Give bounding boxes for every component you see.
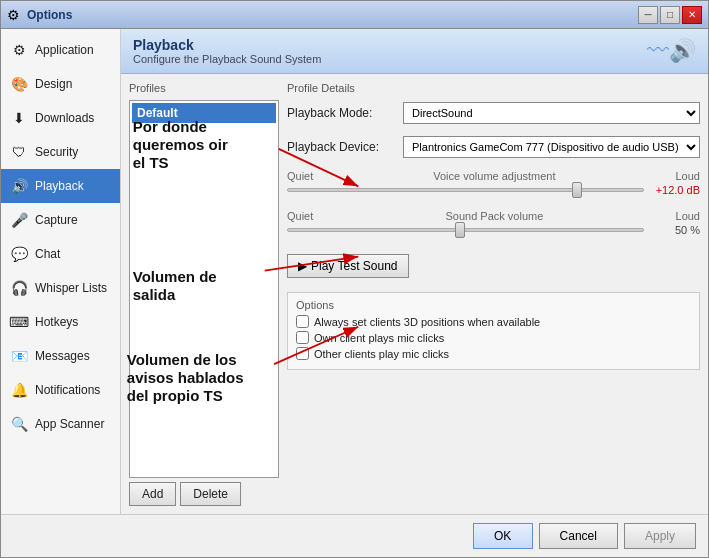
sound-loud-label: Loud bbox=[676, 210, 700, 222]
sound-quiet-label: Quiet bbox=[287, 210, 313, 222]
notifications-icon: 🔔 bbox=[9, 380, 29, 400]
option1-label: Always set clients 3D positions when ava… bbox=[314, 316, 540, 328]
sidebar-item-label-notifications: Notifications bbox=[35, 383, 100, 397]
footer-bar: OK Cancel Apply bbox=[1, 514, 708, 557]
profiles-list[interactable]: Default bbox=[129, 100, 279, 478]
capture-icon: 🎤 bbox=[9, 210, 29, 230]
sidebar-item-design[interactable]: 🎨 Design bbox=[1, 67, 120, 101]
add-profile-button[interactable]: Add bbox=[129, 482, 176, 506]
options-group-title: Options bbox=[296, 299, 691, 311]
play-icon: ▶ bbox=[298, 259, 307, 273]
cancel-button[interactable]: Cancel bbox=[539, 523, 618, 549]
voice-loud-label: Loud bbox=[676, 170, 700, 182]
profiles-label: Profiles bbox=[129, 82, 279, 94]
sound-wave-icon: 〰🔊 bbox=[647, 38, 696, 64]
sidebar-item-messages[interactable]: 📧 Messages bbox=[1, 339, 120, 373]
play-test-sound-button[interactable]: ▶ Play Test Sound bbox=[287, 254, 409, 278]
voice-volume-title: Voice volume adjustment bbox=[433, 170, 555, 182]
window-title: Options bbox=[27, 8, 638, 22]
downloads-icon: ⬇ bbox=[9, 108, 29, 128]
window-icon: ⚙ bbox=[7, 7, 23, 23]
sidebar-item-hotkeys[interactable]: ⌨ Hotkeys bbox=[1, 305, 120, 339]
sidebar: ⚙ Application 🎨 Design ⬇ Downloads 🛡 Sec… bbox=[1, 29, 121, 514]
voice-slider-track[interactable] bbox=[287, 188, 644, 192]
panel-body: Profiles Default Add Delete Profile Deta… bbox=[121, 74, 708, 514]
sidebar-item-label-playback: Playback bbox=[35, 179, 84, 193]
sidebar-item-label-design: Design bbox=[35, 77, 72, 91]
option3-label: Other clients play mic clicks bbox=[314, 348, 449, 360]
ok-button[interactable]: OK bbox=[473, 523, 533, 549]
sidebar-item-downloads[interactable]: ⬇ Downloads bbox=[1, 101, 120, 135]
option1-checkbox[interactable] bbox=[296, 315, 309, 328]
profiles-section: Profiles Default Add Delete bbox=[129, 82, 279, 506]
option2-label: Own client plays mic clicks bbox=[314, 332, 444, 344]
playback-mode-row: Playback Mode: DirectSound bbox=[287, 102, 700, 124]
design-icon: 🎨 bbox=[9, 74, 29, 94]
sidebar-item-label-whisper: Whisper Lists bbox=[35, 281, 107, 295]
voice-quiet-label: Quiet bbox=[287, 170, 313, 182]
sidebar-item-appscanner[interactable]: 🔍 App Scanner bbox=[1, 407, 120, 441]
panel-header: Playback Configure the Playback Sound Sy… bbox=[121, 29, 708, 74]
sidebar-item-label-capture: Capture bbox=[35, 213, 78, 227]
panel-header-text: Playback Configure the Playback Sound Sy… bbox=[133, 37, 321, 65]
voice-volume-group: Quiet Voice volume adjustment Loud +12.0… bbox=[287, 170, 700, 196]
sidebar-item-label-messages: Messages bbox=[35, 349, 90, 363]
option2-row[interactable]: Own client plays mic clicks bbox=[296, 331, 691, 344]
voice-volume-header: Quiet Voice volume adjustment Loud bbox=[287, 170, 700, 182]
option3-checkbox[interactable] bbox=[296, 347, 309, 360]
sidebar-item-label-chat: Chat bbox=[35, 247, 60, 261]
playback-device-label: Playback Device: bbox=[287, 140, 397, 154]
details-label: Profile Details bbox=[287, 82, 700, 94]
application-icon: ⚙ bbox=[9, 40, 29, 60]
window-controls: ─ □ ✕ bbox=[638, 6, 702, 24]
sidebar-item-whisper[interactable]: 🎧 Whisper Lists bbox=[1, 271, 120, 305]
main-panel: Playback Configure the Playback Sound Sy… bbox=[121, 29, 708, 514]
sidebar-item-label-application: Application bbox=[35, 43, 94, 57]
option2-checkbox[interactable] bbox=[296, 331, 309, 344]
voice-slider-thumb[interactable] bbox=[572, 182, 582, 198]
chat-icon: 💬 bbox=[9, 244, 29, 264]
appscanner-icon: 🔍 bbox=[9, 414, 29, 434]
sidebar-item-notifications[interactable]: 🔔 Notifications bbox=[1, 373, 120, 407]
sidebar-item-label-security: Security bbox=[35, 145, 78, 159]
option3-row[interactable]: Other clients play mic clicks bbox=[296, 347, 691, 360]
maximize-button[interactable]: □ bbox=[660, 6, 680, 24]
profile-default[interactable]: Default bbox=[132, 103, 276, 123]
sound-slider-thumb[interactable] bbox=[455, 222, 465, 238]
title-bar: ⚙ Options ─ □ ✕ bbox=[1, 1, 708, 29]
playback-device-row: Playback Device: Plantronics GameCom 777… bbox=[287, 136, 700, 158]
sound-pack-title: Sound Pack volume bbox=[445, 210, 543, 222]
details-section: Profile Details Playback Mode: DirectSou… bbox=[287, 82, 700, 506]
sound-pack-group: Quiet Sound Pack volume Loud 50 % bbox=[287, 210, 700, 236]
close-button[interactable]: ✕ bbox=[682, 6, 702, 24]
panel-subtitle: Configure the Playback Sound System bbox=[133, 53, 321, 65]
sidebar-item-security[interactable]: 🛡 Security bbox=[1, 135, 120, 169]
minimize-button[interactable]: ─ bbox=[638, 6, 658, 24]
messages-icon: 📧 bbox=[9, 346, 29, 366]
delete-profile-button[interactable]: Delete bbox=[180, 482, 241, 506]
apply-button[interactable]: Apply bbox=[624, 523, 696, 549]
options-window: ⚙ Options ─ □ ✕ ⚙ Application 🎨 Design ⬇… bbox=[0, 0, 709, 558]
option1-row[interactable]: Always set clients 3D positions when ava… bbox=[296, 315, 691, 328]
voice-slider-row: +12.0 dB bbox=[287, 184, 700, 196]
sidebar-item-label-downloads: Downloads bbox=[35, 111, 94, 125]
voice-volume-value: +12.0 dB bbox=[650, 184, 700, 196]
sound-slider-row: 50 % bbox=[287, 224, 700, 236]
playback-device-select[interactable]: Plantronics GameCom 777 (Dispositivo de … bbox=[403, 136, 700, 158]
sound-pack-value: 50 % bbox=[650, 224, 700, 236]
content-area: ⚙ Application 🎨 Design ⬇ Downloads 🛡 Sec… bbox=[1, 29, 708, 514]
playback-mode-select[interactable]: DirectSound bbox=[403, 102, 700, 124]
options-group: Options Always set clients 3D positions … bbox=[287, 292, 700, 370]
sidebar-item-capture[interactable]: 🎤 Capture bbox=[1, 203, 120, 237]
sidebar-item-chat[interactable]: 💬 Chat bbox=[1, 237, 120, 271]
sidebar-item-label-appscanner: App Scanner bbox=[35, 417, 104, 431]
profile-buttons: Add Delete bbox=[129, 482, 279, 506]
play-test-sound-label: Play Test Sound bbox=[311, 259, 398, 273]
sound-slider-track[interactable] bbox=[287, 228, 644, 232]
whisper-icon: 🎧 bbox=[9, 278, 29, 298]
sidebar-item-playback[interactable]: 🔊 Playback bbox=[1, 169, 120, 203]
security-icon: 🛡 bbox=[9, 142, 29, 162]
playback-mode-label: Playback Mode: bbox=[287, 106, 397, 120]
panel-title: Playback bbox=[133, 37, 321, 53]
sidebar-item-application[interactable]: ⚙ Application bbox=[1, 33, 120, 67]
